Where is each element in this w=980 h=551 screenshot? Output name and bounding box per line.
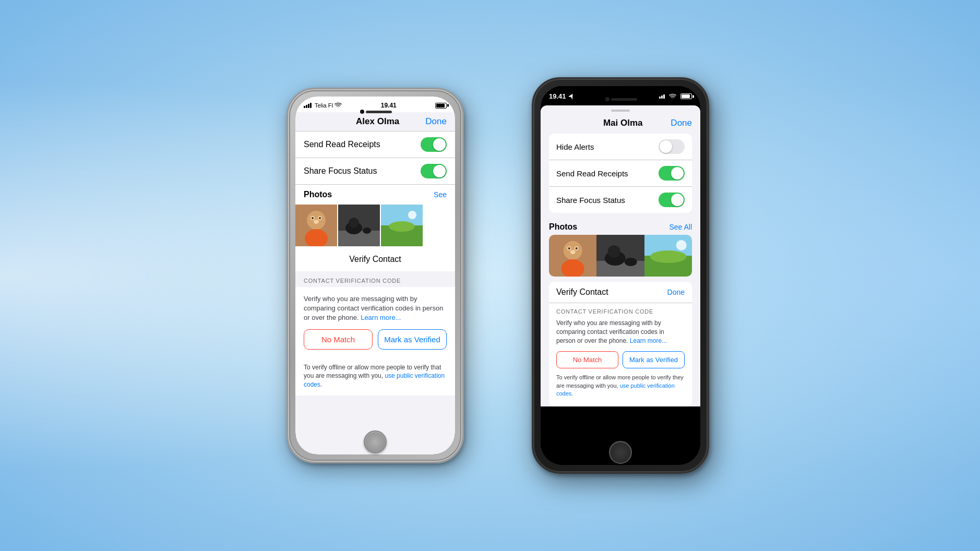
phones-container: Telia FI 19.41 [255,46,725,505]
photo-3 [381,205,423,246]
share-focus-status-row: Share Focus Status [295,158,455,185]
verification-code-label: CONTACT VERIFICATION CODE [295,271,455,287]
send-read-receipts-toggle[interactable] [421,137,447,152]
svg-point-5 [312,217,314,219]
right-signal-bars [659,94,665,99]
hide-alerts-toggle[interactable] [659,139,685,154]
sheet-share-focus-status-toggle[interactable] [659,193,685,207]
verification-box: Verify who you are messaging with by com… [295,287,455,357]
learn-more-link[interactable]: Learn more... [361,314,401,321]
left-home-button[interactable] [364,430,387,453]
location-arrow-icon [569,93,574,100]
left-screen-content: Telia FI 19.41 [295,97,455,454]
no-match-button[interactable]: No Match [304,329,373,350]
photos-title: Photos [304,190,332,199]
svg-point-29 [608,245,620,258]
sheet-send-read-receipts-label: Send Read Receipts [556,169,628,178]
left-status-time: 19.41 [381,102,397,109]
hide-alerts-row: Hide Alerts [549,134,692,160]
sheet-photo-1 [549,235,596,277]
svg-point-6 [319,217,321,219]
phone-right: 19.41 [532,77,709,474]
sheet-photo-3-img [644,235,692,277]
sheet-share-focus-status-row: Share Focus Status [549,187,692,213]
sheet-settings-section: Hide Alerts Send Read Receipts Share Foc… [549,134,692,213]
svg-point-33 [676,240,686,250]
sheet-share-focus-status-label: Share Focus Status [556,196,625,205]
sheet-photos-grid [549,235,692,277]
sheet-offline-text: To verify offline or allow more people t… [556,374,685,401]
sheet-learn-more-link[interactable]: Learn more... [630,337,667,344]
sheet-verify-body: CONTACT VERIFICATION CODE Verify who you… [549,303,692,406]
verify-buttons: No Match Mark as Verified [304,329,447,350]
sheet-verify-title: Verify Contact [556,288,608,297]
verify-contact-label: Verify Contact [349,255,401,263]
mark-verified-button[interactable]: Mark as Verified [378,329,447,350]
front-camera [360,110,364,114]
verify-contact-row[interactable]: Verify Contact [295,247,455,271]
svg-point-30 [625,258,637,266]
battery-fill [436,104,445,107]
right-front-camera [605,97,609,101]
sheet-verify-done[interactable]: Done [667,288,685,296]
left-done-button[interactable]: Done [425,116,447,127]
sheet-send-read-receipts-toggle[interactable] [659,166,685,181]
send-read-receipts-row: Send Read Receipts [295,131,455,158]
signal-bars [304,103,312,108]
sheet-photo-3 [644,235,692,277]
sheet-verify-header: Verify Contact Done [549,282,692,303]
photos-grid-left [295,205,455,247]
svg-point-16 [389,221,415,232]
right-time-label: 19.41 [549,92,566,100]
sheet-contact-name: Mai Olma [575,118,671,128]
left-nav-bar: Alex Olma Done [295,112,455,131]
status-bar-left: Telia FI [304,102,342,109]
volume-down-button [286,186,287,201]
sheet-verify-buttons: No Match Mark as Verified [556,351,685,368]
right-home-button[interactable] [609,441,632,464]
svg-marker-17 [569,93,574,100]
photo-3-img [381,205,423,246]
hide-alerts-label: Hide Alerts [556,142,594,151]
sheet-photos-header: Photos See All [541,218,700,235]
svg-point-11 [349,218,359,228]
sheet-done-button[interactable]: Done [671,118,692,128]
send-read-receipts-label: Send Read Receipts [304,140,380,149]
verification-description: Verify who you are messaging with by com… [304,294,447,323]
svg-point-25 [570,250,576,254]
svg-point-12 [363,227,371,234]
right-sheet: Mai Olma Done Hide Alerts Send Read Rece… [541,105,700,406]
speaker [366,111,392,113]
sheet-no-match-button[interactable]: No Match [556,351,618,368]
share-focus-status-toggle[interactable] [421,164,447,178]
sheet-verify-desc: Verify who you are messaging with by com… [556,319,685,345]
left-phone-notch [344,109,407,114]
photo-2 [338,205,380,246]
right-speaker [611,98,637,101]
wifi-icon [334,103,342,108]
right-phone-screen: 19.41 [541,86,700,465]
photos-see-all[interactable]: See [434,190,447,199]
right-wifi-icon [669,94,676,99]
right-screen-content: 19.41 [541,86,700,465]
left-contact-name: Alex Olma [356,116,399,127]
sheet-photos-title: Photos [549,222,577,232]
carrier-label: Telia FI [315,102,333,109]
right-status-right [659,93,692,99]
sheet-photo-1-img [549,235,596,277]
sheet-photos-see-all[interactable]: See All [669,223,692,231]
sheet-verify-contact: Verify Contact Done CONTACT VERIFICATION… [549,282,692,406]
power-button [463,173,464,199]
share-focus-status-label: Share Focus Status [304,166,377,176]
sheet-photo-2 [596,235,644,277]
svg-rect-9 [338,231,380,246]
svg-point-15 [408,211,416,219]
svg-point-7 [314,220,319,224]
right-battery-icon [680,93,692,99]
photo-1 [295,205,337,246]
sheet-mark-verified-button[interactable]: Mark as Verified [623,351,685,368]
svg-point-23 [568,247,570,249]
photo-2-img [338,205,380,246]
status-bar-right [435,103,447,109]
photo-1-img [295,205,337,246]
